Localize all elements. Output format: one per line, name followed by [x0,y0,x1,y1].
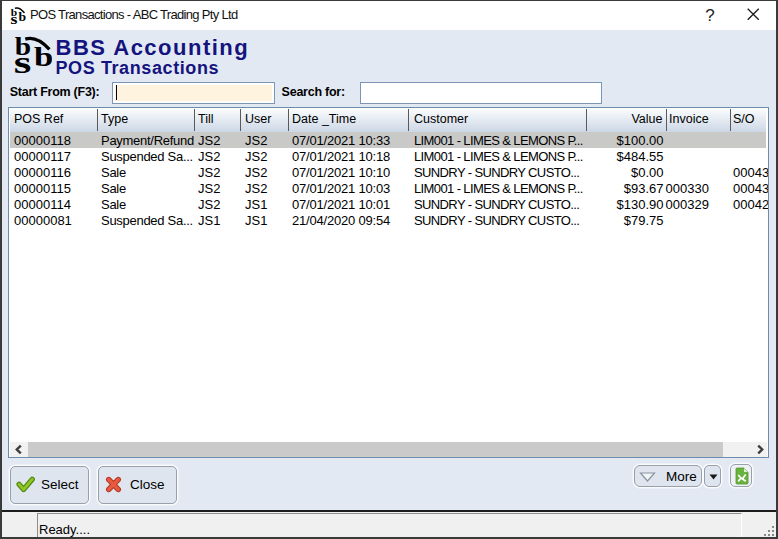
svg-text:b: b [18,9,25,23]
svg-text:s: s [10,10,17,26]
svg-text:s: s [14,43,32,77]
svg-text:b: b [34,41,52,72]
